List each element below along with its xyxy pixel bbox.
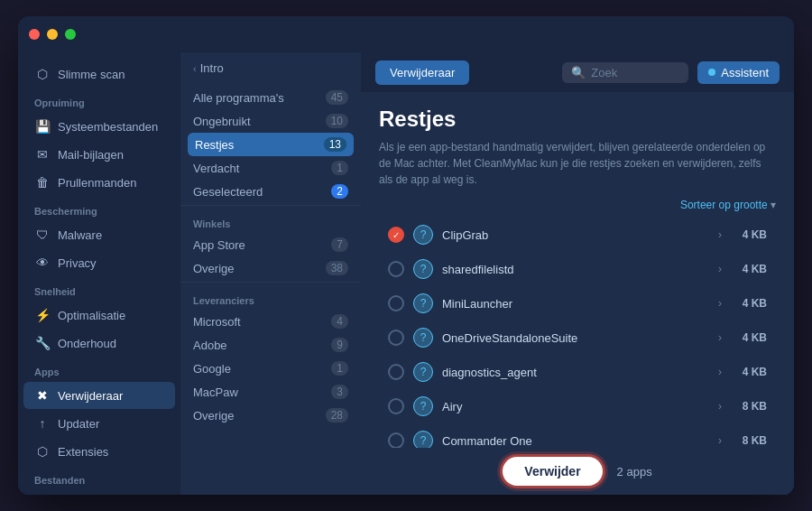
app-row[interactable]: ? ClipGrab › 4 KB — [379, 218, 776, 251]
main-panel: Verwijderaar 🔍 Assistent Restjes Als je — [361, 52, 794, 495]
section-label-winkels: Winkels — [180, 208, 361, 233]
app-name: diagnostics_agent — [442, 366, 709, 379]
chevron-icon: › — [718, 297, 722, 310]
category-overige-winkels[interactable]: Overige 38 — [180, 256, 361, 280]
sidebar-item-onderhoud[interactable]: 🔧 Onderhoud — [23, 330, 175, 357]
extension-icon: ⬡ — [34, 443, 51, 460]
app-checkbox[interactable] — [388, 261, 404, 277]
minimize-button[interactable] — [47, 29, 58, 40]
apps-count: 2 apps — [617, 465, 652, 478]
sidebar-item-prullenmanden[interactable]: 🗑 Prullenmanden — [23, 169, 175, 196]
sidebar-item-mail-bijlagen[interactable]: ✉ Mail-bijlagen — [23, 141, 175, 168]
chevron-icon: › — [718, 228, 722, 241]
sidebar-item-slimme-scan[interactable]: ⬡ Slimme scan — [23, 60, 175, 88]
sidebar-item-optimalisatie[interactable]: ⚡ Optimalisatie — [23, 302, 175, 329]
category-microsoft[interactable]: Microsoft 4 — [180, 310, 361, 333]
tab-verwijderaar[interactable]: Verwijderaar — [375, 60, 469, 85]
search-bar: 🔍 — [562, 62, 688, 83]
back-button[interactable]: ‹ Intro — [180, 52, 361, 82]
close-button[interactable] — [29, 29, 40, 40]
app-checkbox[interactable] — [388, 295, 404, 311]
sidebar-item-malware[interactable]: 🛡 Malware — [23, 221, 175, 248]
app-checkbox[interactable] — [388, 330, 404, 346]
app-list: ? ClipGrab › 4 KB ? sharedfilelistd › 4 … — [379, 218, 776, 448]
app-row[interactable]: ? OneDriveStandaloneSuite › 4 KB — [379, 321, 776, 354]
app-question-icon: ? — [413, 293, 433, 313]
category-overige-leveranciers[interactable]: Overige 28 — [180, 404, 361, 427]
middle-panel: ‹ Intro Alle programma's 45 Ongebruikt 1… — [180, 52, 361, 495]
disk-icon: 💾 — [34, 118, 51, 135]
app-question-icon: ? — [413, 259, 433, 279]
section-label-bestanden: Bestanden — [18, 466, 180, 489]
app-name: Commander One — [442, 434, 709, 448]
sidebar-item-privacy[interactable]: 👁 Privacy — [23, 249, 175, 276]
app-question-icon: ? — [413, 328, 433, 348]
page-title: Restjes — [379, 107, 776, 132]
category-app-store[interactable]: App Store 7 — [180, 233, 361, 256]
main-content: Restjes Als je een app-bestand handmatig… — [361, 92, 794, 448]
sidebar: ⬡ Slimme scan Opruiming 💾 Systeembestand… — [18, 52, 180, 495]
app-row[interactable]: ? Commander One › 8 KB — [379, 424, 776, 448]
app-size: 4 KB — [731, 366, 767, 378]
chevron-icon: › — [718, 263, 722, 275]
section-label-apps: Apps — [18, 358, 180, 381]
assistant-button[interactable]: Assistent — [697, 61, 780, 84]
app-row[interactable]: ? MiniLauncher › 4 KB — [379, 287, 776, 320]
sidebar-item-extensies[interactable]: ⬡ Extensies — [23, 438, 175, 465]
section-label-leveranciers: Leveranciers — [180, 284, 361, 310]
section-label-opruiming: Opruiming — [18, 88, 180, 112]
lightning-icon: ⚡ — [34, 307, 51, 323]
chevron-icon: › — [718, 400, 722, 413]
page-description: Als je een app-bestand handmatig verwijd… — [379, 139, 776, 188]
category-alle-programmas[interactable]: Alle programma's 45 — [180, 86, 361, 109]
verwijder-button[interactable]: Verwijder — [503, 457, 602, 486]
sidebar-item-verwijderaar[interactable]: ✖ Verwijderaar — [23, 382, 175, 409]
sidebar-item-ruimtezoeker[interactable]: 📁 Ruimtezoeker — [23, 490, 175, 495]
content-area: ⬡ Slimme scan Opruiming 💾 Systeembestand… — [18, 52, 794, 495]
wrench-icon: 🔧 — [34, 335, 51, 351]
back-arrow-icon: ‹ — [193, 63, 197, 74]
app-question-icon: ? — [413, 431, 433, 448]
category-geselecteerd[interactable]: Geselecteerd 2 — [180, 180, 361, 203]
section-label-snelheid: Snelheid — [18, 277, 180, 301]
category-adobe[interactable]: Adobe 9 — [180, 333, 361, 357]
app-checkbox[interactable] — [388, 398, 404, 414]
search-icon: 🔍 — [571, 66, 586, 79]
app-size: 8 KB — [731, 434, 767, 447]
app-name: OneDriveStandaloneSuite — [442, 331, 709, 345]
topbar-tabs: Verwijderaar — [375, 60, 469, 85]
app-row[interactable]: ? diagnostics_agent › 4 KB — [379, 356, 776, 388]
app-checkbox[interactable] — [388, 364, 404, 380]
action-bar: Verwijder 2 apps — [361, 448, 794, 495]
app-checkbox[interactable] — [388, 227, 404, 243]
app-row[interactable]: ? Airy › 8 KB — [379, 390, 776, 423]
sidebar-item-updater[interactable]: ↑ Updater — [23, 410, 175, 437]
fullscreen-button[interactable] — [65, 29, 76, 40]
remove-icon: ✖ — [34, 387, 51, 404]
app-size: 4 KB — [731, 331, 767, 344]
app-size: 4 KB — [731, 263, 767, 275]
app-row[interactable]: ? sharedfilelistd › 4 KB — [379, 253, 776, 285]
chevron-icon: › — [718, 434, 722, 447]
category-google[interactable]: Google 1 — [180, 357, 361, 380]
app-name: MiniLauncher — [442, 297, 709, 311]
chevron-icon: › — [718, 366, 722, 378]
category-ongebruikt[interactable]: Ongebruikt 10 — [180, 109, 361, 133]
titlebar — [18, 16, 794, 52]
scan-icon: ⬡ — [34, 66, 51, 82]
main-window: ⬡ Slimme scan Opruiming 💾 Systeembestand… — [18, 16, 794, 495]
category-macpaw[interactable]: MacPaw 3 — [180, 380, 361, 404]
app-size: 8 KB — [731, 400, 767, 413]
app-name: sharedfilelistd — [442, 263, 709, 276]
app-checkbox[interactable] — [388, 432, 404, 448]
sidebar-item-systeembestanden[interactable]: 💾 Systeembestanden — [23, 113, 175, 140]
app-name: ClipGrab — [442, 228, 709, 242]
sort-label[interactable]: Sorteer op grootte ▾ — [379, 199, 776, 211]
category-restjes[interactable]: Restjes 13 — [188, 133, 354, 156]
app-size: 4 KB — [731, 297, 767, 310]
search-input[interactable] — [591, 66, 679, 79]
update-icon: ↑ — [34, 415, 51, 432]
app-name: Airy — [442, 400, 709, 413]
app-question-icon: ? — [413, 362, 433, 382]
category-verdacht[interactable]: Verdacht 1 — [180, 156, 361, 180]
